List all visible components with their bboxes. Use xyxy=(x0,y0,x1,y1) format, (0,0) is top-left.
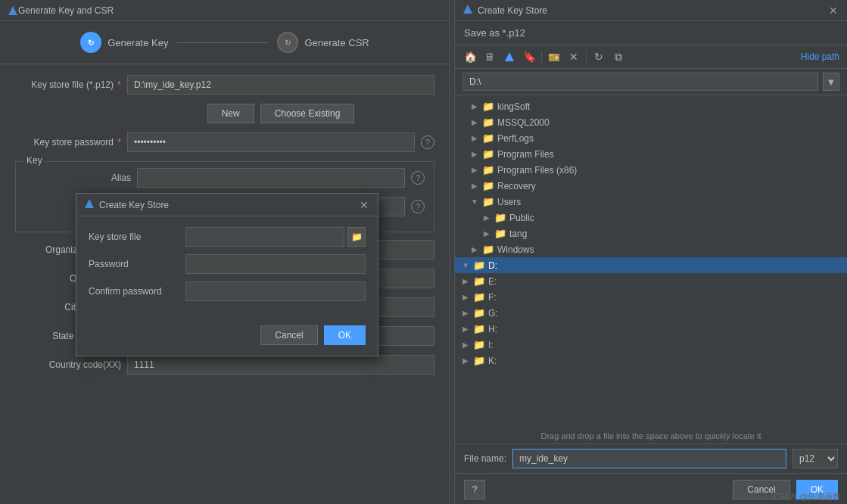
file-toolbar: 🏠 🖥 🔖 + ✕ ↻ ⧉ Hide path xyxy=(455,45,847,69)
tree-item-label: Public xyxy=(509,213,534,223)
tree-item[interactable]: ▶📁I: xyxy=(455,337,847,353)
step-generate-csr: ↻ Generate CSR xyxy=(277,32,369,53)
right-panel: Create Key Store ✕ Save as *.p12 🏠 🖥 🔖 +… xyxy=(454,0,847,504)
tree-folder-icon: 📁 xyxy=(473,339,485,350)
tree-item-label: MSSQL2000 xyxy=(497,117,550,128)
modal-confirm-password-input[interactable] xyxy=(185,282,366,301)
new-folder-icon[interactable]: + xyxy=(547,49,562,64)
modal-close-button[interactable]: ✕ xyxy=(358,199,370,211)
password-help-icon[interactable]: ? xyxy=(421,135,434,149)
tree-folder-icon: 📁 xyxy=(482,148,494,160)
step-generate-key: ↻ Generate Key xyxy=(80,32,168,53)
tree-item-label: G: xyxy=(488,308,498,319)
modal-browse-button[interactable]: 📁 xyxy=(347,227,366,247)
tree-folder-icon: 📁 xyxy=(482,180,494,191)
tree-chevron-icon: ▶ xyxy=(461,341,470,349)
svg-text:↻: ↻ xyxy=(285,39,291,47)
key-section-title: Key xyxy=(23,155,45,166)
tree-chevron-icon: ▼ xyxy=(470,198,479,206)
tree-folder-icon: 📁 xyxy=(473,260,485,271)
tree-item[interactable]: ▶📁Recovery xyxy=(455,178,847,194)
key-password-help-icon[interactable]: ? xyxy=(411,200,425,213)
modal-title: Create Key Store xyxy=(99,200,169,210)
alias-input[interactable] xyxy=(137,168,405,188)
tree-item[interactable]: ▶📁H: xyxy=(455,321,847,337)
modal-keystore-file-input[interactable] xyxy=(185,227,344,247)
copy-path-icon[interactable]: ⧉ xyxy=(611,49,626,64)
tree-item-label: Program Files (x86) xyxy=(497,165,577,176)
modal-confirm-password-label: Confirm password xyxy=(89,286,179,297)
tree-chevron-icon: ▶ xyxy=(461,309,470,317)
alias-label: Alias xyxy=(25,173,131,183)
keystore-password-row: Key store password * ? xyxy=(15,132,434,152)
path-dropdown-button[interactable]: ▼ xyxy=(823,73,839,91)
svg-marker-0 xyxy=(8,6,17,15)
drag-drop-hint: Drag and drop a file into the space abov… xyxy=(455,428,847,443)
choose-existing-button[interactable]: Choose Existing xyxy=(260,104,355,123)
left-panel-title: Generate Key and CSR xyxy=(18,5,114,16)
modal-password-row: Password xyxy=(89,254,366,274)
file-name-label: File name: xyxy=(464,453,506,464)
tree-item-label: I: xyxy=(488,340,494,350)
right-close-button[interactable]: ✕ xyxy=(827,5,839,17)
new-button[interactable]: New xyxy=(207,104,254,123)
tree-item[interactable]: ▶📁G: xyxy=(455,305,847,321)
tree-item-label: Windows xyxy=(497,244,534,255)
keystore-file-input[interactable] xyxy=(127,75,434,95)
watermark: CSDN @低调函数 xyxy=(774,491,841,502)
tree-chevron-icon: ▼ xyxy=(461,261,470,269)
ext-select[interactable]: p12 xyxy=(793,449,838,468)
file-tree: ▶📁kingSoft▶📁MSSQL2000▶📁PerfLogs▶📁Program… xyxy=(455,95,847,428)
delete-icon[interactable]: ✕ xyxy=(566,49,581,64)
country-label: Country code(XX) xyxy=(15,359,121,370)
country-input[interactable] xyxy=(127,355,434,375)
cloud-icon[interactable] xyxy=(502,49,517,64)
bookmark-icon[interactable]: 🔖 xyxy=(522,49,537,64)
tree-item[interactable]: ▶📁E: xyxy=(455,273,847,289)
keystore-password-label: Key store password * xyxy=(15,137,121,148)
alias-help-icon[interactable]: ? xyxy=(411,171,425,185)
right-panel-title: Create Key Store xyxy=(478,5,547,16)
file-name-bar: File name: p12 xyxy=(455,443,847,473)
modal-ok-button[interactable]: OK xyxy=(324,325,366,345)
home-icon[interactable]: 🏠 xyxy=(462,49,478,64)
tree-folder-icon: 📁 xyxy=(482,132,494,144)
right-help-button[interactable]: ? xyxy=(464,480,485,499)
tree-item[interactable]: ▶📁MSSQL2000 xyxy=(455,114,847,130)
tree-item[interactable]: ▼📁Users xyxy=(455,194,847,210)
left-titlebar: Generate Key and CSR xyxy=(0,0,450,21)
tree-item[interactable]: ▶📁tang xyxy=(455,226,847,241)
right-logo-icon xyxy=(462,4,473,17)
tree-item[interactable]: ▶📁PerfLogs xyxy=(455,130,847,146)
svg-marker-5 xyxy=(85,199,94,208)
tree-item[interactable]: ▼📁D: xyxy=(455,257,847,273)
modal-cancel-button[interactable]: Cancel xyxy=(260,325,317,345)
alias-row: Alias ? xyxy=(25,168,425,188)
keystore-file-label: Key store file (*.p12) * xyxy=(15,79,121,90)
tree-chevron-icon: ▶ xyxy=(461,277,470,285)
svg-text:+: + xyxy=(555,54,559,61)
tree-chevron-icon: ▶ xyxy=(482,229,491,238)
monitor-icon[interactable]: 🖥 xyxy=(482,49,497,64)
path-input[interactable] xyxy=(462,73,818,91)
tree-item[interactable]: ▶📁F: xyxy=(455,289,847,305)
keystore-password-input[interactable] xyxy=(127,132,415,152)
tree-item[interactable]: ▶📁Windows xyxy=(455,241,847,257)
tree-item[interactable]: ▶📁Public xyxy=(455,210,847,226)
tree-item-label: H: xyxy=(488,324,497,334)
hide-path-button[interactable]: Hide path xyxy=(801,51,839,62)
refresh-icon[interactable]: ↻ xyxy=(591,49,606,64)
tree-item[interactable]: ▶📁K: xyxy=(455,353,847,369)
tree-item-label: Program Files xyxy=(497,149,554,160)
tree-folder-icon: 📁 xyxy=(482,101,494,112)
tree-folder-icon: 📁 xyxy=(494,228,506,239)
tree-item-label: kingSoft xyxy=(497,101,530,112)
modal-password-input[interactable] xyxy=(185,254,366,274)
tree-item[interactable]: ▶📁Program Files xyxy=(455,146,847,162)
toolbar-sep1 xyxy=(541,51,542,63)
modal-titlebar-left: Create Key Store xyxy=(84,198,169,211)
tree-item[interactable]: ▶📁Program Files (x86) xyxy=(455,162,847,178)
steps-bar: ↻ Generate Key ↻ Generate CSR xyxy=(0,21,450,64)
tree-item[interactable]: ▶📁kingSoft xyxy=(455,98,847,114)
file-name-input[interactable] xyxy=(512,449,786,468)
